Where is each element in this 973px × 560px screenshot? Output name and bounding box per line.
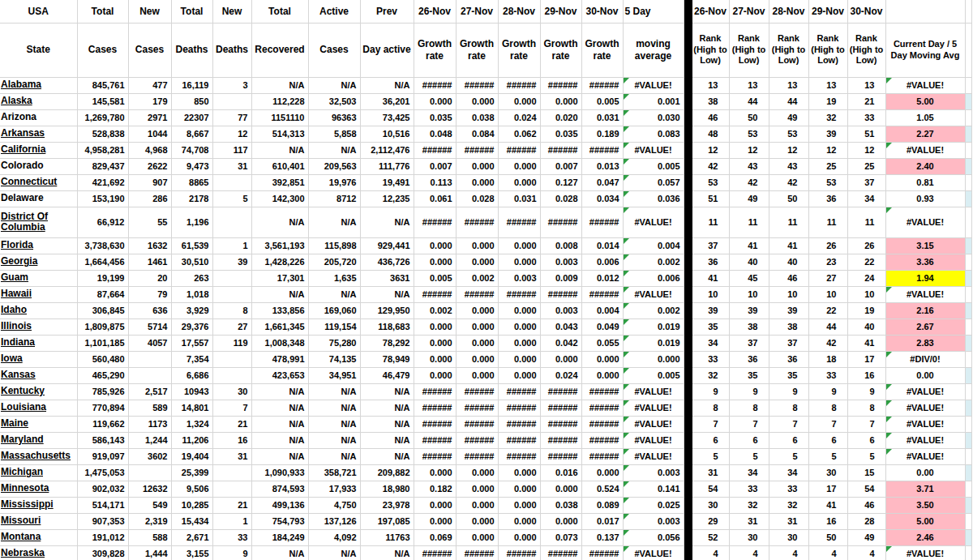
column-header-rank-28nov-label[interactable]: Rank (High to Low)	[769, 23, 808, 77]
cell-5day-moving-avg[interactable]: 0.006	[623, 270, 684, 286]
column-header-rank-26nov-label[interactable]: Rank (High to Low)	[692, 23, 729, 77]
column-header-rank-29nov[interactable]: 29-Nov	[808, 0, 847, 23]
cell-rank-28nov[interactable]: 8	[769, 400, 808, 416]
cell-total-deaths[interactable]: 11,206	[171, 432, 212, 448]
cell-active-cases[interactable]: N/A	[308, 142, 360, 158]
cell-total-cases[interactable]: 1,101,185	[77, 335, 128, 351]
cell-growth-26nov[interactable]: ######	[414, 416, 456, 432]
cell-total-deaths[interactable]: 16,119	[171, 77, 212, 93]
cell-current-vs-avg[interactable]: #VALUE!	[885, 142, 965, 158]
cell-rank-26nov[interactable]: 8	[692, 400, 729, 416]
cell-growth-27nov[interactable]: ######	[456, 400, 498, 416]
cell-rank-26nov[interactable]: 39	[692, 302, 729, 318]
cell-5day-moving-avg[interactable]: 0.001	[623, 93, 684, 109]
cell-active-cases[interactable]: N/A	[308, 207, 360, 237]
cell-growth-26nov[interactable]: 0.069	[414, 529, 456, 545]
cell-prev-day-active[interactable]: 209,882	[360, 464, 414, 481]
cell-growth-28nov[interactable]: ######	[498, 142, 540, 158]
cell-growth-29nov[interactable]: ######	[540, 448, 581, 464]
cell-rank-28nov[interactable]: 53	[769, 126, 808, 142]
cell-growth-28nov[interactable]: ######	[498, 400, 540, 416]
column-header-active-cases-label[interactable]: Cases	[308, 23, 360, 77]
cell-rank-27nov[interactable]: 53	[729, 126, 769, 142]
cell-rank-30nov[interactable]: 21	[847, 93, 885, 109]
cell-growth-29nov[interactable]: 0.035	[540, 126, 581, 142]
cell-5day-moving-avg[interactable]: #VALUE!	[623, 142, 684, 158]
cell-growth-27nov[interactable]: ######	[456, 432, 498, 448]
cell-5day-moving-avg[interactable]: #VALUE!	[623, 448, 684, 464]
cell-growth-26nov[interactable]: ######	[414, 448, 456, 464]
cell-current-vs-avg[interactable]: 3.50	[885, 497, 965, 513]
cell-new-deaths[interactable]: 9	[212, 545, 251, 560]
cell-rank-30nov[interactable]: 15	[847, 464, 885, 481]
cell-growth-26nov[interactable]: 0.000	[414, 237, 456, 254]
cell-growth-30nov[interactable]: ######	[581, 383, 623, 400]
column-header-total-cases[interactable]: Total	[77, 0, 128, 23]
cell-rank-26nov[interactable]: 12	[692, 142, 729, 158]
cell-new-cases[interactable]: 1632	[128, 237, 171, 254]
cell-new-cases[interactable]: 477	[128, 77, 171, 93]
cell-5day-moving-avg[interactable]: 0.003	[623, 513, 684, 529]
state-name-link[interactable]: Missouri	[0, 513, 77, 529]
cell-rank-27nov[interactable]: 7	[729, 416, 769, 432]
cell-current-vs-avg[interactable]: 2.46	[885, 529, 965, 545]
cell-new-cases[interactable]: 4,968	[128, 142, 171, 158]
cell-total-deaths[interactable]: 8,667	[171, 126, 212, 142]
cell-growth-26nov[interactable]: 0.000	[414, 513, 456, 529]
cell-growth-29nov[interactable]: 0.007	[540, 158, 581, 174]
cell-growth-27nov[interactable]: ######	[456, 416, 498, 432]
cell-total-deaths[interactable]: 10,285	[171, 497, 212, 513]
cell-total-cases[interactable]: 902,032	[77, 481, 128, 497]
cell-active-cases[interactable]: 8712	[308, 190, 360, 207]
cell-new-cases[interactable]: 2622	[128, 158, 171, 174]
cell-new-deaths[interactable]: 1	[212, 513, 251, 529]
cell-new-deaths[interactable]	[212, 367, 251, 383]
cell-total-cases[interactable]: 919,097	[77, 448, 128, 464]
cell-active-cases[interactable]: 205,720	[308, 254, 360, 270]
cell-rank-26nov[interactable]: 7	[692, 416, 729, 432]
cell-growth-28nov[interactable]: 0.000	[498, 351, 540, 367]
state-name-link[interactable]: Kentucky	[0, 383, 77, 400]
cell-growth-27nov[interactable]: 0.000	[456, 367, 498, 383]
cell-growth-30nov[interactable]: 0.031	[581, 109, 623, 126]
cell-growth-26nov[interactable]: 0.005	[414, 270, 456, 286]
cell-new-deaths[interactable]: 1	[212, 237, 251, 254]
cell-total-recovered[interactable]: 1,428,226	[251, 254, 308, 270]
cell-growth-29nov[interactable]: 0.020	[540, 109, 581, 126]
cell-new-cases[interactable]: 3602	[128, 448, 171, 464]
cell-active-cases[interactable]: 209,563	[308, 158, 360, 174]
cell-rank-26nov[interactable]: 30	[692, 497, 729, 513]
cell-rank-30nov[interactable]: 46	[847, 497, 885, 513]
cell-growth-29nov[interactable]: 0.038	[540, 497, 581, 513]
cell-total-cases[interactable]: 309,828	[77, 545, 128, 560]
state-name-link[interactable]: Maine	[0, 416, 77, 432]
cell-rank-29nov[interactable]: 41	[808, 497, 847, 513]
cell-total-deaths[interactable]: 9,506	[171, 481, 212, 497]
cell-rank-30nov[interactable]: 25	[847, 158, 885, 174]
state-name-link[interactable]: Michigan	[0, 464, 77, 481]
cell-rank-27nov[interactable]: 10	[729, 286, 769, 302]
cell-rank-29nov[interactable]: 39	[808, 126, 847, 142]
cell-new-cases[interactable]: 1,244	[128, 432, 171, 448]
cell-growth-28nov[interactable]: ######	[498, 77, 540, 93]
state-name-link[interactable]: Massachusetts	[0, 448, 77, 464]
cell-rank-27nov[interactable]: 34	[729, 464, 769, 481]
cell-growth-26nov[interactable]: ######	[414, 545, 456, 560]
cell-new-deaths[interactable]: 21	[212, 416, 251, 432]
cell-rank-26nov[interactable]: 10	[692, 286, 729, 302]
cell-total-cases[interactable]: 785,926	[77, 383, 128, 400]
cell-new-cases[interactable]	[128, 351, 171, 367]
cell-current-vs-avg[interactable]: 2.16	[885, 302, 965, 318]
cell-growth-30nov[interactable]: ######	[581, 286, 623, 302]
cell-growth-28nov[interactable]: ######	[498, 545, 540, 560]
cell-total-cases[interactable]: 19,199	[77, 270, 128, 286]
cell-growth-28nov[interactable]: ######	[498, 383, 540, 400]
cell-rank-26nov[interactable]: 34	[692, 335, 729, 351]
cell-new-cases[interactable]: 4057	[128, 335, 171, 351]
cell-active-cases[interactable]: N/A	[308, 416, 360, 432]
cell-rank-30nov[interactable]: 9	[847, 383, 885, 400]
cell-rank-27nov[interactable]: 41	[729, 237, 769, 254]
cell-growth-29nov[interactable]: 0.000	[540, 93, 581, 109]
cell-current-vs-avg[interactable]: 0.00	[885, 464, 965, 481]
cell-new-cases[interactable]: 20	[128, 270, 171, 286]
